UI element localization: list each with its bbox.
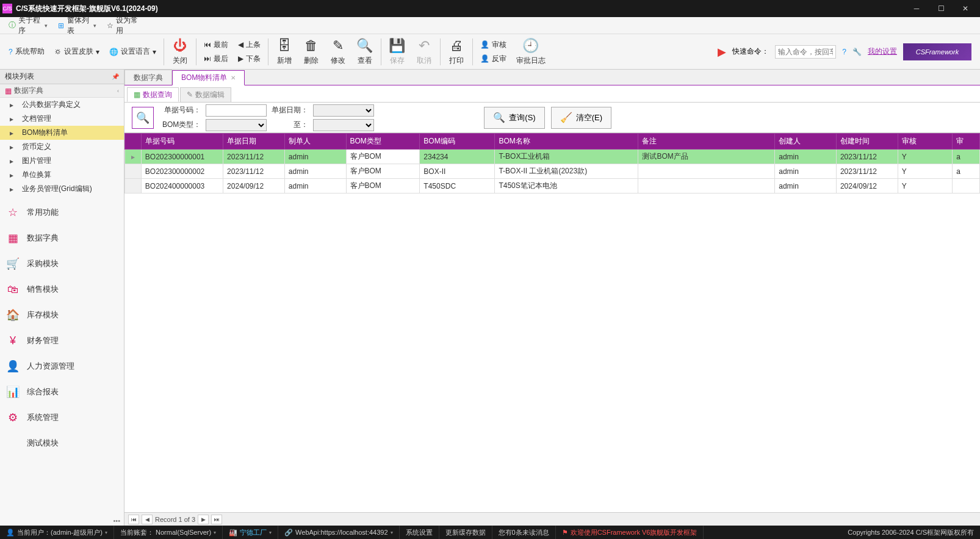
- table-cell[interactable]: admin: [775, 179, 837, 194]
- col-header[interactable]: 审: [953, 134, 980, 150]
- table-cell[interactable]: a: [953, 164, 980, 179]
- tree-item[interactable]: ▸货币定义: [0, 140, 124, 154]
- status-account[interactable]: 当前账套： Normal(SqlServer)▾: [114, 526, 223, 539]
- tree-item[interactable]: ▸图片管理: [0, 154, 124, 168]
- table-cell[interactable]: [953, 179, 980, 194]
- table-cell[interactable]: T-BOX工业机箱: [495, 150, 638, 164]
- col-header[interactable]: BOM编码: [420, 134, 495, 150]
- tree-item[interactable]: ▸公共数据字典定义: [0, 98, 124, 112]
- nav-item[interactable]: 🏠库存模块: [0, 302, 124, 328]
- print-button[interactable]: 🖨打印: [443, 36, 470, 67]
- tab-data-dict[interactable]: 数据字典: [124, 70, 172, 85]
- audit-log-button[interactable]: 🕘审批日志: [511, 36, 550, 67]
- table-cell[interactable]: 客户BOM: [346, 150, 420, 164]
- input-bom-type[interactable]: [206, 119, 267, 131]
- sidebar-more-icon[interactable]: •••: [113, 517, 120, 524]
- table-cell[interactable]: 2024/09/12: [223, 179, 285, 194]
- unaudit-button[interactable]: 👤反审: [480, 54, 506, 64]
- nav-prev-button[interactable]: ◀上条: [238, 40, 261, 50]
- nav-item[interactable]: ¥财务管理: [0, 328, 124, 353]
- pager-first[interactable]: ⏮: [128, 515, 139, 524]
- status-webapi[interactable]: 🔗WebApi:https://localhost:44392▾: [278, 526, 399, 539]
- table-cell[interactable]: 客户BOM: [346, 179, 420, 194]
- subtab-query[interactable]: ▦数据查询: [127, 87, 179, 102]
- nav-item[interactable]: ⚙系统管理: [0, 405, 124, 430]
- grid[interactable]: 单据号码单据日期制单人BOM类型BOM编码BOM名称备注创建人创建时间审核审▸B…: [124, 133, 980, 512]
- menu-about[interactable]: ⓘ关于程序▾: [4, 14, 52, 37]
- table-cell[interactable]: BO202400000003: [141, 179, 223, 194]
- nav-item[interactable]: ▦数据字典: [0, 225, 124, 251]
- nav-next-button[interactable]: ▶下条: [238, 54, 261, 64]
- status-sys-settings[interactable]: 系统设置: [400, 526, 439, 539]
- tab-bom[interactable]: BOM物料清单✕: [172, 70, 245, 85]
- close-window-button[interactable]: ✕: [953, 1, 978, 16]
- nav-item[interactable]: 🛒采购模块: [0, 251, 124, 277]
- view-button[interactable]: 🔍查看: [351, 36, 378, 67]
- menu-windows[interactable]: ⊞窗体列表▾: [52, 14, 101, 37]
- table-cell[interactable]: [638, 164, 775, 179]
- nav-item[interactable]: ☆常用功能: [0, 200, 124, 225]
- pin-icon[interactable]: 📌: [112, 73, 119, 80]
- input-doc-no[interactable]: [206, 104, 267, 117]
- nav-item[interactable]: 测试模块: [0, 430, 124, 456]
- menu-set-default[interactable]: ☆设为常用: [101, 14, 145, 37]
- table-cell[interactable]: admin: [775, 164, 837, 179]
- status-user[interactable]: 👤当前用户：(admin-超级用户)▾: [0, 526, 114, 539]
- table-cell[interactable]: BO202300000002: [141, 164, 223, 179]
- table-row[interactable]: BO2024000000032024/09/12admin客户BOMT450SD…: [125, 179, 980, 194]
- menu-help[interactable]: ?系统帮助: [9, 46, 45, 57]
- table-cell[interactable]: Y: [898, 164, 953, 179]
- col-header[interactable]: 备注: [638, 134, 775, 150]
- table-cell[interactable]: 2023/11/12: [223, 150, 285, 164]
- table-cell[interactable]: admin: [284, 164, 346, 179]
- add-button[interactable]: 🗄新增: [271, 36, 298, 67]
- pager-next[interactable]: ▶: [198, 515, 209, 524]
- input-doc-date-to[interactable]: [313, 119, 374, 131]
- tree-item[interactable]: ▸业务员管理(Grid编辑): [0, 182, 124, 196]
- close-button[interactable]: ⏻ 关闭: [167, 36, 193, 67]
- nav-first-button[interactable]: ⏮最前: [204, 40, 228, 50]
- table-cell[interactable]: Y: [898, 150, 953, 164]
- minimize-button[interactable]: ─: [904, 1, 929, 16]
- status-refresh-cache[interactable]: 更新缓存数据: [439, 526, 492, 539]
- youtube-icon[interactable]: ▶: [718, 45, 726, 59]
- nav-item[interactable]: 👤人力资源管理: [0, 353, 124, 379]
- tree-item[interactable]: ▸单位换算: [0, 168, 124, 182]
- table-cell[interactable]: admin: [284, 150, 346, 164]
- col-header[interactable]: BOM类型: [346, 134, 420, 150]
- nav-item[interactable]: 🛍销售模块: [0, 277, 124, 302]
- nav-last-button[interactable]: ⏭最后: [204, 54, 228, 64]
- maximize-button[interactable]: ☐: [929, 1, 953, 16]
- table-row[interactable]: BO2023000000022023/11/12admin客户BOMBOX-II…: [125, 164, 980, 179]
- col-header[interactable]: 创建时间: [836, 134, 898, 150]
- search-button[interactable]: 🔍查询(S): [484, 107, 544, 129]
- edit-button[interactable]: ✎修改: [325, 36, 351, 67]
- subtab-edit[interactable]: ✎数据编辑: [180, 87, 231, 102]
- table-cell[interactable]: BOX-II: [420, 164, 495, 179]
- table-cell[interactable]: admin: [775, 150, 837, 164]
- col-header[interactable]: BOM名称: [495, 134, 638, 150]
- sidebar-section-data-dict[interactable]: ▦ 数据字典 ‹: [0, 84, 124, 98]
- table-cell[interactable]: 234234: [420, 150, 495, 164]
- tree-item[interactable]: ▸BOM物料清单: [0, 126, 124, 140]
- col-header[interactable]: 创建人: [775, 134, 837, 150]
- col-header[interactable]: 制单人: [284, 134, 346, 150]
- table-cell[interactable]: 2023/11/12: [836, 150, 898, 164]
- table-cell[interactable]: Y: [898, 179, 953, 194]
- table-cell[interactable]: 2023/11/12: [836, 164, 898, 179]
- input-doc-date-from[interactable]: [313, 104, 374, 117]
- table-row[interactable]: ▸BO2023000000012023/11/12admin客户BOM23423…: [125, 150, 980, 164]
- col-header[interactable]: 单据号码: [141, 134, 223, 150]
- pager-last[interactable]: ⏭: [211, 515, 222, 524]
- pager-prev[interactable]: ◀: [142, 515, 153, 524]
- table-cell[interactable]: 2024/09/12: [836, 179, 898, 194]
- table-cell[interactable]: admin: [284, 179, 346, 194]
- col-header[interactable]: 审核: [898, 134, 953, 150]
- table-cell[interactable]: BO202300000001: [141, 150, 223, 164]
- status-unread[interactable]: 您有0条未读消息: [492, 526, 556, 539]
- close-icon[interactable]: ✕: [231, 74, 236, 81]
- status-factory[interactable]: 🏭宁德工厂▾: [223, 526, 278, 539]
- clear-button[interactable]: 🧹清空(E): [551, 107, 611, 129]
- nav-item[interactable]: 📊综合报表: [0, 379, 124, 405]
- table-cell[interactable]: T450SDC: [420, 179, 495, 194]
